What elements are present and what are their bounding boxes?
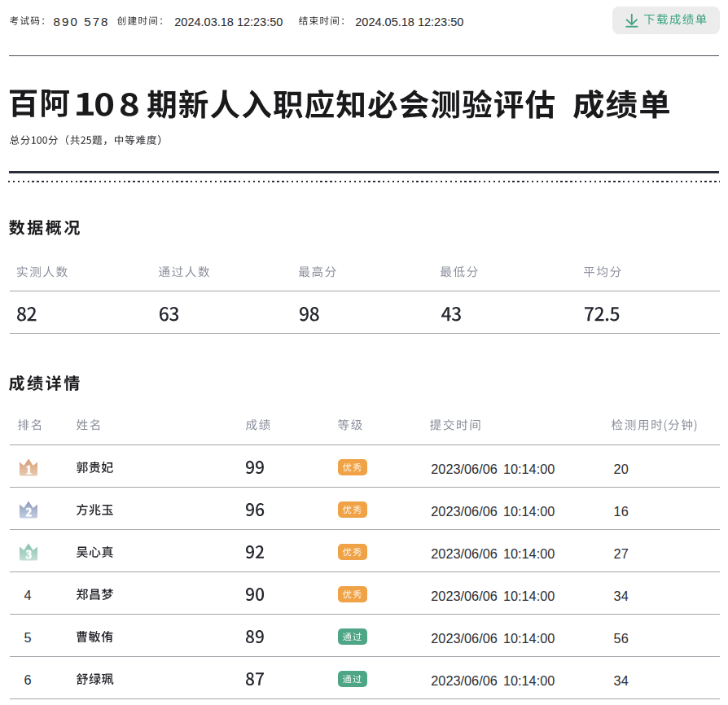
svg-text:2: 2 <box>25 506 31 519</box>
svg-text:3: 3 <box>25 549 31 561</box>
svg-text:1: 1 <box>25 464 31 476</box>
